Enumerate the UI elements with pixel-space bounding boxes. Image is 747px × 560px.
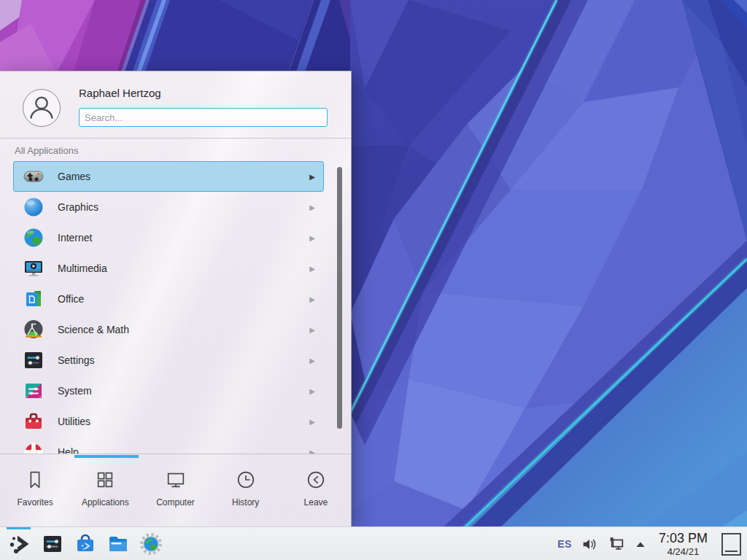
taskbar-panel: ES 7:03 PM 4/24/21 xyxy=(0,526,747,560)
volume-icon[interactable] xyxy=(581,536,598,553)
taskbar-konqueror[interactable] xyxy=(134,527,167,560)
settings-sliders-icon xyxy=(22,349,45,372)
list-scrollbar[interactable] xyxy=(337,167,342,429)
folder-icon xyxy=(107,532,130,556)
category-label: Office xyxy=(58,293,84,305)
submenu-arrow-icon: ▶ xyxy=(309,265,315,273)
tab-label: Leave xyxy=(304,497,328,508)
network-icon[interactable] xyxy=(608,535,625,553)
discover-bag-icon xyxy=(74,532,97,556)
tab-label: Favorites xyxy=(17,497,53,508)
show-desktop-button[interactable] xyxy=(721,533,741,556)
user-name: Raphael Hertzog xyxy=(79,87,161,99)
pinned-apps xyxy=(0,527,167,560)
utilities-toolbox-icon xyxy=(22,410,45,433)
submenu-arrow-icon: ▶ xyxy=(309,326,315,334)
gamepad-icon xyxy=(22,165,45,188)
section-label: All Applications xyxy=(15,145,78,156)
application-launcher-popup: Raphael Hertzog All Applications xyxy=(0,71,352,526)
clock-time: 7:03 PM xyxy=(659,532,708,545)
leave-back-icon xyxy=(305,469,327,491)
clock-date: 4/24/21 xyxy=(659,547,708,556)
user-avatar xyxy=(23,89,61,127)
tab-applications[interactable]: Applications xyxy=(70,454,140,526)
submenu-arrow-icon: ▶ xyxy=(309,295,315,303)
taskbar-application-launcher[interactable] xyxy=(3,527,36,560)
category-label: Internet xyxy=(58,232,92,244)
category-help[interactable]: Help ▶ xyxy=(13,437,324,454)
category-utilities[interactable]: Utilities ▶ xyxy=(13,406,324,437)
tab-favorites[interactable]: Favorites xyxy=(0,454,70,526)
science-flask-icon xyxy=(22,318,45,341)
header-divider xyxy=(0,138,351,139)
category-games[interactable]: Games ▶ xyxy=(13,161,324,192)
search-input[interactable] xyxy=(79,108,328,127)
submenu-arrow-icon: ▶ xyxy=(309,234,315,242)
graphics-sphere-icon xyxy=(22,195,45,219)
user-icon xyxy=(23,90,60,126)
taskbar-dolphin[interactable] xyxy=(101,527,134,560)
bookmark-icon xyxy=(24,469,46,491)
help-lifebuoy-icon xyxy=(22,440,45,454)
category-label: System xyxy=(58,385,92,397)
submenu-arrow-icon: ▶ xyxy=(309,203,315,211)
category-office[interactable]: Office ▶ xyxy=(13,284,324,314)
tab-computer[interactable]: Computer xyxy=(140,454,210,526)
tab-label: Applications xyxy=(82,497,129,508)
history-clock-icon xyxy=(235,469,257,491)
digital-clock[interactable]: 7:03 PM 4/24/21 xyxy=(659,532,708,556)
category-label: Games xyxy=(58,171,90,182)
category-settings[interactable]: Settings ▶ xyxy=(13,345,324,376)
category-internet[interactable]: Internet ▶ xyxy=(13,222,324,253)
taskbar-discover[interactable] xyxy=(69,527,101,560)
submenu-arrow-icon: ▶ xyxy=(309,173,315,181)
submenu-arrow-icon: ▶ xyxy=(309,387,315,395)
tab-leave[interactable]: Leave xyxy=(281,454,351,526)
tab-label: Computer xyxy=(156,497,195,508)
system-settings-icon xyxy=(41,532,64,556)
category-label: Science & Math xyxy=(58,324,129,335)
office-documents-icon xyxy=(22,287,45,311)
taskbar-system-settings[interactable] xyxy=(36,527,69,560)
multimedia-monitor-icon xyxy=(22,257,45,280)
category-label: Utilities xyxy=(58,416,90,427)
category-system[interactable]: System ▶ xyxy=(13,376,324,406)
browser-globe-gear-icon xyxy=(139,532,163,556)
desktop: Raphael Hertzog All Applications xyxy=(0,0,747,560)
system-tray: ES 7:03 PM 4/24/21 xyxy=(557,527,747,560)
keyboard-layout-indicator[interactable]: ES xyxy=(557,538,572,550)
active-app-indicator xyxy=(7,527,31,529)
launcher-tab-bar: Favorites Applications Computer xyxy=(0,454,351,526)
category-graphics[interactable]: Graphics ▶ xyxy=(13,192,324,222)
active-tab-indicator xyxy=(74,455,139,458)
category-science-math[interactable]: Science & Math ▶ xyxy=(13,314,324,345)
computer-monitor-icon xyxy=(165,469,187,491)
submenu-arrow-icon: ▶ xyxy=(309,357,315,365)
category-multimedia[interactable]: Multimedia ▶ xyxy=(13,253,324,284)
kde-launcher-icon xyxy=(8,532,31,556)
system-sliders-icon xyxy=(22,379,45,402)
app-grid-icon xyxy=(94,469,116,491)
category-label: Graphics xyxy=(58,201,98,213)
category-label: Settings xyxy=(58,354,95,366)
globe-icon xyxy=(22,226,45,249)
expand-tray-caret-icon[interactable] xyxy=(635,539,646,549)
tab-label: History xyxy=(232,497,259,508)
tab-history[interactable]: History xyxy=(211,454,281,526)
category-label: Multimedia xyxy=(58,262,107,274)
category-list: Games ▶ Graphics ▶ xyxy=(0,159,351,454)
submenu-arrow-icon: ▶ xyxy=(309,418,315,426)
